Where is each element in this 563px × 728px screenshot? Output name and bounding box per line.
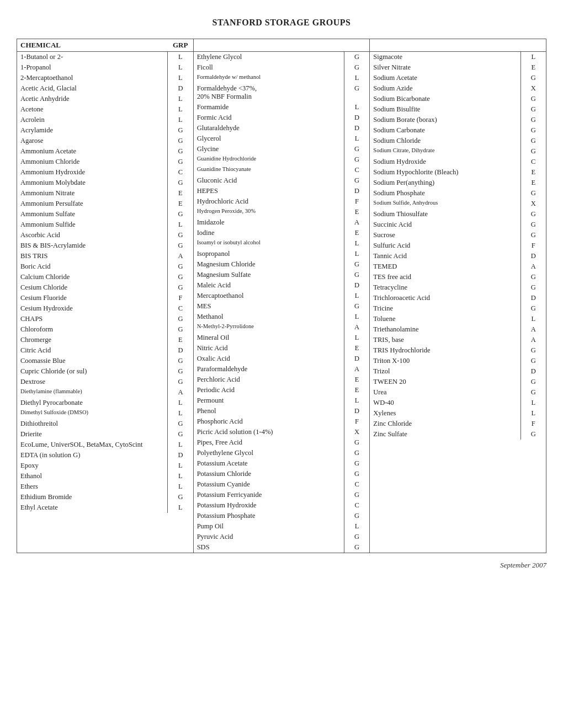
table-row: Boric AcidG [17, 261, 193, 272]
chemical-name: Sodium Carbonate [370, 125, 520, 136]
table-row: TriethanolamineA [370, 324, 546, 335]
chemical-name: Magnesium Sulfate [194, 270, 344, 280]
chemical-name: Sodium Chloride [370, 136, 520, 146]
grp-value: L [344, 73, 369, 83]
table-row: WD-40L [370, 398, 546, 408]
chemical-name: Coomassie Blue [17, 356, 168, 366]
chemical-name: Ammonium Acetate [17, 146, 168, 157]
grp-value: L [520, 408, 546, 419]
table-row: Acetic AnhydrideL [17, 94, 193, 104]
table-row: IsopropanolL [194, 249, 370, 259]
table-row: ChromergeE [17, 335, 193, 345]
chemical-name: SDS [194, 542, 344, 553]
chemical-name: Methanol [194, 312, 344, 322]
grp-value: G [168, 209, 193, 220]
table-row: Sodium PhosphateG [370, 188, 546, 199]
grp-value: D [168, 83, 193, 94]
chemical-name: Glycine [194, 144, 344, 154]
grp-value: L [344, 333, 369, 343]
chemical-name: Ammonium Molybdate [17, 178, 168, 188]
table-row: 1-Butanol or 2-L [17, 52, 193, 63]
chemical-name: Sucrose [370, 230, 520, 240]
chemical-name: Ammonium Sulfate [17, 209, 168, 220]
table-row: Formaldehyde <37%, 20% NBF FormalinG [194, 83, 370, 102]
table-row: Sodium AzideX [370, 83, 546, 94]
grp-value: E [344, 385, 369, 395]
grp-value: X [520, 83, 546, 94]
grp-value: G [168, 356, 193, 366]
grp-value: C [168, 303, 193, 314]
chemical-name: Ethylene Glycol [194, 52, 344, 63]
grp-value: G [168, 178, 193, 188]
table-row: FormamideL [194, 102, 370, 113]
table-row: AcetoneL [17, 104, 193, 115]
grp-value: L [344, 133, 369, 144]
table-row: Potassium PhosphateG [194, 511, 370, 521]
chemical-name: Cesium Fluoride [17, 293, 168, 303]
table-row: Ammonium HydroxideC [17, 167, 193, 178]
chemical-name: Glutaraldehyde [194, 123, 344, 133]
grp-value: L [168, 220, 193, 230]
table-row: Sodium Sulfide, AnhydrousX [370, 199, 546, 209]
table-row: DextroseG [17, 377, 193, 387]
grp-value: D [168, 345, 193, 356]
grp-value: G [344, 259, 369, 270]
chemical-name: Oxalic Acid [194, 354, 344, 364]
chemical-name: Potassium Hydroxide [194, 500, 344, 511]
table-row: PhenolD [194, 406, 370, 416]
chemical-name: Sodium Acetate [370, 73, 520, 83]
chemical-name: Ascorbic Acid [17, 230, 168, 240]
table-row: Pipes, Free AcidG [194, 437, 370, 448]
grp-value: L [344, 102, 369, 113]
chemical-name: Ethanol [17, 471, 168, 481]
chemical-name: Iodine [194, 228, 344, 238]
grp-value: A [520, 335, 546, 345]
grp-value: L [168, 481, 193, 492]
grp-value: L [168, 52, 193, 63]
grp-value: G [344, 542, 369, 553]
grp-value: D [344, 186, 369, 196]
chemical-name: Sodium Sulfide, Anhydrous [370, 199, 520, 209]
table-row: MethanolL [194, 312, 370, 322]
table-row: AcrylamideG [17, 125, 193, 136]
grp-value: G [168, 230, 193, 240]
table-row: SigmacoteL [370, 52, 546, 63]
chemical-name: Potassium Phosphate [194, 511, 344, 521]
table-row: Succinic AcidG [370, 220, 546, 230]
table-row: MercaptoethanolL [194, 291, 370, 301]
grp-value: G [344, 62, 369, 73]
grp-value: A [344, 217, 369, 228]
chemical-name: Sulfuric Acid [370, 240, 520, 251]
grp-value: G [344, 458, 369, 469]
grp-value: G [520, 104, 546, 115]
table-row: EthersL [17, 481, 193, 492]
grp-value: D [344, 354, 369, 364]
chemical-name: Phosphoric Acid [194, 416, 344, 427]
chemical-name: Chloroform [17, 324, 168, 335]
table-row: DithiothreitolG [17, 419, 193, 429]
table-row: Sodium Borate (borax)G [370, 115, 546, 125]
grp-value: L [344, 291, 369, 301]
grp-value: G [520, 146, 546, 157]
table-row: Potassium AcetateG [194, 458, 370, 469]
grp-value: C [168, 167, 193, 178]
chemical-name: Sodium Hypochlorite (Bleach) [370, 167, 520, 178]
grp-value: D [344, 280, 369, 291]
chemical-name: MES [194, 301, 344, 312]
table-row: Potassium HydroxideC [194, 500, 370, 511]
chemical-name: Sodium Phosphate [370, 188, 520, 199]
chemical-name: Sodium Bicarbonate [370, 94, 520, 104]
table-row: XylenesL [370, 408, 546, 419]
table-row: Maleic AcidD [194, 280, 370, 291]
chemical-name: Sodium Per(anything) [370, 178, 520, 188]
grp-value: L [168, 104, 193, 115]
chemical-name: Ammonium Chloride [17, 157, 168, 167]
table-row: IodineE [194, 228, 370, 238]
chemical-name: Cesium Hydroxide [17, 303, 168, 314]
grp-value: L [168, 62, 193, 73]
table-row: GlycineG [194, 144, 370, 154]
grp-value: D [344, 113, 369, 123]
chemical-name: Phenol [194, 406, 344, 416]
chemical-name: Formaldehyde w/ methanol [194, 73, 344, 83]
table-row: Hydrochloric AcidF [194, 196, 370, 207]
